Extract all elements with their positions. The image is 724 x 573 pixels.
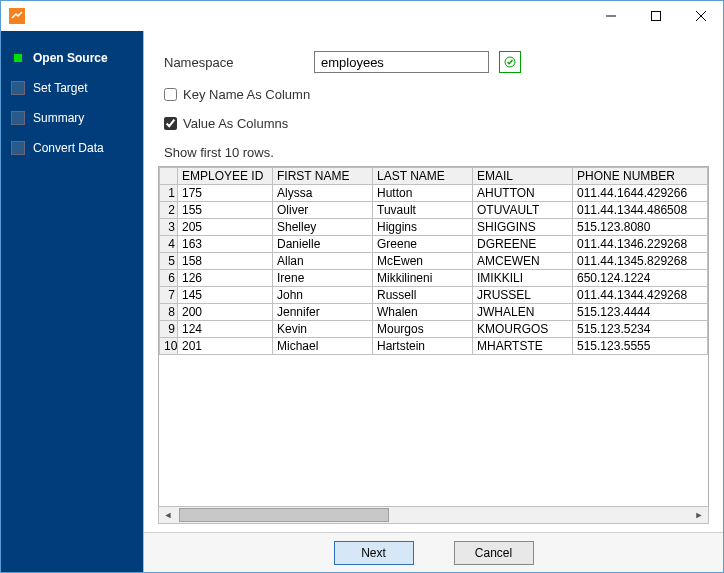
table-cell[interactable]: 515.123.4444	[573, 304, 708, 321]
table-cell[interactable]: Greene	[373, 236, 473, 253]
table-cell[interactable]: Michael	[273, 338, 373, 355]
step-marker-icon	[11, 141, 25, 155]
table-row[interactable]: 3205ShelleyHigginsSHIGGINS515.123.8080	[160, 219, 708, 236]
table-cell[interactable]: Tuvault	[373, 202, 473, 219]
minimize-icon	[606, 11, 616, 21]
table-cell[interactable]: OTUVAULT	[473, 202, 573, 219]
column-header[interactable]: PHONE NUMBER	[573, 168, 708, 185]
svg-rect-2	[651, 12, 660, 21]
row-number: 6	[160, 270, 178, 287]
table-row[interactable]: 4163DanielleGreeneDGREENE011.44.1346.229…	[160, 236, 708, 253]
content-panel: Namespace Key Name As Column	[143, 31, 723, 572]
table-cell[interactable]: Oliver	[273, 202, 373, 219]
table-cell[interactable]: 158	[178, 253, 273, 270]
table-cell[interactable]: 124	[178, 321, 273, 338]
checkbox-label: Key Name As Column	[183, 87, 310, 102]
column-header[interactable]: FIRST NAME	[273, 168, 373, 185]
table-cell[interactable]: Kevin	[273, 321, 373, 338]
table-row[interactable]: 2155OliverTuvaultOTUVAULT011.44.1344.486…	[160, 202, 708, 219]
table-cell[interactable]: 515.123.5234	[573, 321, 708, 338]
table-cell[interactable]: IMIKKILI	[473, 270, 573, 287]
table-cell[interactable]: 145	[178, 287, 273, 304]
table-cell[interactable]: Hutton	[373, 185, 473, 202]
table-row[interactable]: 6126IreneMikkilineniIMIKKILI650.124.1224	[160, 270, 708, 287]
column-header[interactable]: EMAIL	[473, 168, 573, 185]
table-cell[interactable]: Hartstein	[373, 338, 473, 355]
table-row[interactable]: 5158AllanMcEwenAMCEWEN011.44.1345.829268	[160, 253, 708, 270]
table-cell[interactable]: 515.123.8080	[573, 219, 708, 236]
table-cell[interactable]: 011.44.1346.229268	[573, 236, 708, 253]
step-convert-data[interactable]: Convert Data	[1, 135, 143, 161]
step-marker-icon	[11, 81, 25, 95]
table-cell[interactable]: McEwen	[373, 253, 473, 270]
table-cell[interactable]: 650.124.1224	[573, 270, 708, 287]
namespace-label: Namespace	[164, 55, 314, 70]
table-cell[interactable]: MHARTSTE	[473, 338, 573, 355]
table-row[interactable]: 10201MichaelHartsteinMHARTSTE515.123.555…	[160, 338, 708, 355]
table-cell[interactable]: JWHALEN	[473, 304, 573, 321]
table-cell[interactable]: 163	[178, 236, 273, 253]
table-cell[interactable]: 201	[178, 338, 273, 355]
table-cell[interactable]: AHUTTON	[473, 185, 573, 202]
table-cell[interactable]: JRUSSEL	[473, 287, 573, 304]
step-set-target[interactable]: Set Target	[1, 75, 143, 101]
preview-note: Show first 10 rows.	[164, 145, 703, 160]
value-as-columns-checkbox[interactable]: Value As Columns	[164, 116, 288, 131]
table-cell[interactable]: 155	[178, 202, 273, 219]
table-row[interactable]: 8200JenniferWhalenJWHALEN515.123.4444	[160, 304, 708, 321]
table-cell[interactable]: Irene	[273, 270, 373, 287]
table-cell[interactable]: 011.44.1344.429268	[573, 287, 708, 304]
checkbox-label: Value As Columns	[183, 116, 288, 131]
table-cell[interactable]: 011.44.1345.829268	[573, 253, 708, 270]
table-cell[interactable]: Alyssa	[273, 185, 373, 202]
horizontal-scrollbar[interactable]: ◄ ►	[158, 506, 709, 524]
namespace-input[interactable]	[314, 51, 489, 73]
table-cell[interactable]: 175	[178, 185, 273, 202]
table-cell[interactable]: 126	[178, 270, 273, 287]
app-icon	[9, 8, 25, 24]
step-summary[interactable]: Summary	[1, 105, 143, 131]
table-cell[interactable]: Russell	[373, 287, 473, 304]
row-number: 1	[160, 185, 178, 202]
table-cell[interactable]: Shelley	[273, 219, 373, 236]
next-button[interactable]: Next	[334, 541, 414, 565]
table-cell[interactable]: John	[273, 287, 373, 304]
scroll-left-icon[interactable]: ◄	[159, 507, 177, 523]
check-icon	[504, 56, 516, 68]
table-cell[interactable]: AMCEWEN	[473, 253, 573, 270]
table-cell[interactable]: Higgins	[373, 219, 473, 236]
table-cell[interactable]: 200	[178, 304, 273, 321]
key-name-as-column-checkbox[interactable]: Key Name As Column	[164, 87, 310, 102]
table-cell[interactable]: DGREENE	[473, 236, 573, 253]
app-window: Open Source Set Target Summary Convert D…	[0, 0, 724, 573]
table-cell[interactable]: Jennifer	[273, 304, 373, 321]
step-open-source[interactable]: Open Source	[1, 45, 143, 71]
namespace-confirm-button[interactable]	[499, 51, 521, 73]
table-cell[interactable]: Whalen	[373, 304, 473, 321]
step-label: Open Source	[33, 51, 108, 65]
row-number: 7	[160, 287, 178, 304]
scrollbar-thumb[interactable]	[179, 508, 389, 522]
table-cell[interactable]: Mikkilineni	[373, 270, 473, 287]
scroll-right-icon[interactable]: ►	[690, 507, 708, 523]
table-row[interactable]: 1175AlyssaHuttonAHUTTON011.44.1644.42926…	[160, 185, 708, 202]
table-cell[interactable]: KMOURGOS	[473, 321, 573, 338]
minimize-button[interactable]	[588, 1, 633, 31]
cancel-button[interactable]: Cancel	[454, 541, 534, 565]
table-row[interactable]: 7145JohnRussellJRUSSEL011.44.1344.429268	[160, 287, 708, 304]
column-header[interactable]: EMPLOYEE ID	[178, 168, 273, 185]
table-cell[interactable]: Allan	[273, 253, 373, 270]
row-number: 2	[160, 202, 178, 219]
table-cell[interactable]: SHIGGINS	[473, 219, 573, 236]
table-cell[interactable]: 515.123.5555	[573, 338, 708, 355]
table-cell[interactable]: Danielle	[273, 236, 373, 253]
table-cell[interactable]: 011.44.1344.486508	[573, 202, 708, 219]
maximize-button[interactable]	[633, 1, 678, 31]
step-label: Set Target	[33, 81, 87, 95]
close-button[interactable]	[678, 1, 723, 31]
table-cell[interactable]: 011.44.1644.429266	[573, 185, 708, 202]
column-header[interactable]: LAST NAME	[373, 168, 473, 185]
table-cell[interactable]: Mourgos	[373, 321, 473, 338]
table-row[interactable]: 9124KevinMourgosKMOURGOS515.123.5234	[160, 321, 708, 338]
table-cell[interactable]: 205	[178, 219, 273, 236]
